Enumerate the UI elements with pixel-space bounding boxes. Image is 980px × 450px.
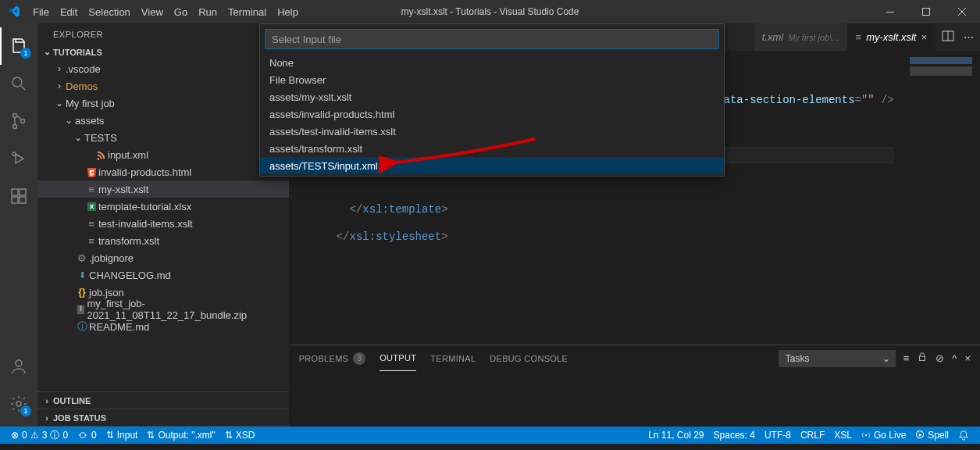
status-output[interactable]: ⇅ Output: ".xml" [142,427,219,444]
status-spaces[interactable]: Spaces: 4 [709,430,760,441]
status-input[interactable]: ⇅ Input [102,427,143,444]
quick-pick-item[interactable]: assets/transform.xslt [260,140,724,157]
window-title: my-xslt.xslt - Tutorials - Visual Studio… [401,6,579,17]
tree-label: job.json [89,287,124,298]
status-spell[interactable]: ⦿ Spell [911,430,953,441]
quick-pick-item[interactable]: assets/test-invalid-items.xslt [260,123,724,140]
section-job-status[interactable]: ›JOB STATUS [37,409,289,427]
menu-selection[interactable]: Selection [83,0,135,23]
menu-run[interactable]: Run [193,0,223,23]
menu-go[interactable]: Go [169,0,193,23]
menu-file[interactable]: File [27,0,55,23]
tree-label: Demos [66,80,98,92]
folder-row[interactable]: ⌄My first job [37,95,289,112]
activity-settings[interactable]: 1 [0,385,37,423]
file-row[interactable]: template-tutorial.xlsx [37,198,289,215]
quick-pick-item[interactable]: None [260,54,724,71]
split-editor-icon[interactable] [942,30,954,45]
bottom-panel: PROBLEMS3 OUTPUT TERMINAL DEBUG CONSOLE … [290,345,980,427]
menu-view[interactable]: View [136,0,169,23]
file-icon [84,166,98,178]
status-eol[interactable]: CRLF [796,430,829,441]
section-outline[interactable]: ›OUTLINE [37,392,289,409]
status-ports[interactable]: 0 [73,427,102,444]
tree-label: README.md [89,321,149,333]
status-xsd[interactable]: ⇅ XSD [220,427,260,444]
panel-tab-output[interactable]: OUTPUT [380,345,416,371]
panel-tab-problems[interactable]: PROBLEMS3 [299,345,366,371]
tree-label: my_first_job-2021_11_08T11_22_17_bundle.… [87,298,288,321]
vscode-logo [0,5,27,18]
file-row[interactable]: invalid-products.html [37,163,289,180]
file-row[interactable]: ⬇CHANGELOG.md [37,266,289,284]
svg-point-3 [13,114,17,118]
svg-rect-8 [12,197,18,203]
folder-row[interactable]: ⌄TESTS [37,129,289,146]
sidebar-title: Explorer [37,23,289,45]
file-icon: ≡ [84,184,98,195]
file-tree: ›.vscode›Demos⌄My first job⌄assets⌄TESTS… [37,59,289,337]
minimize-button[interactable] [872,0,908,23]
tab-close-icon[interactable]: × [921,31,927,43]
svg-point-2 [12,77,22,87]
folder-row[interactable]: ⌄assets [37,112,289,129]
folder-row[interactable]: ›.vscode [37,60,289,77]
tab-label: t.xml [762,31,783,43]
activity-debug[interactable] [0,140,37,177]
status-errors[interactable]: ⊗0⚠3ⓘ0 [6,427,73,444]
more-icon[interactable]: ⋯ [964,31,974,43]
quick-pick-item[interactable]: assets/invalid-products.html [260,105,724,123]
workspace-header[interactable]: ⌄TUTORIALS [37,45,289,59]
activity-extensions[interactable] [0,177,37,215]
menu-help[interactable]: Help [272,0,304,23]
file-icon: ⓘ [75,320,89,334]
tab-active[interactable]: ≡ my-xslt.xslt × [848,23,935,51]
quick-pick-input[interactable]: Select Input file [265,29,719,49]
maximize-button[interactable] [908,0,944,23]
activity-explorer[interactable]: 1 [0,27,37,65]
file-row[interactable]: input.xml [37,146,289,163]
file-row[interactable]: my_first_job-2021_11_08T11_22_17_bundle.… [37,301,289,318]
status-bell[interactable] [953,430,974,441]
svg-rect-9 [20,197,26,203]
clear-icon[interactable]: ⊘ [935,352,944,364]
file-icon [94,149,108,161]
status-language[interactable]: XSL [829,430,857,441]
activity-bar: 1 1 [0,23,37,427]
file-row[interactable]: ⚙.jobignore [37,249,289,266]
close-button[interactable] [944,0,980,23]
svg-rect-7 [12,189,18,195]
status-position[interactable]: Ln 11, Col 29 [643,430,708,441]
file-row[interactable]: ≡my-xslt.xslt [37,180,289,198]
status-golive[interactable]: Go Live [857,430,911,441]
panel-tab-debug[interactable]: DEBUG CONSOLE [490,345,568,371]
quick-pick-item[interactable]: assets/my-xslt.xslt [260,88,724,105]
status-encoding[interactable]: UTF-8 [760,430,796,441]
file-row[interactable]: ≡test-invalid-items.xslt [37,215,289,232]
output-channel-select[interactable]: Tasks [779,350,896,367]
quick-pick-item[interactable]: File Browser [260,71,724,88]
svg-point-11 [16,360,22,366]
file-row[interactable]: ≡transform.xslt [37,232,289,249]
svg-rect-15 [80,305,81,311]
quick-pick-item[interactable]: assets/TESTS/input.xml [260,157,724,174]
activity-search[interactable] [0,65,37,102]
menu-terminal[interactable]: Terminal [223,0,272,23]
activity-scm[interactable] [0,102,37,140]
filter-icon[interactable]: ≡ [903,352,910,364]
minimap[interactable] [894,51,980,345]
tree-label: CHANGELOG.md [89,270,171,281]
tree-label: assets [75,115,105,127]
panel-tab-terminal[interactable]: TERMINAL [430,345,476,371]
expand-panel-icon[interactable]: ^ [952,352,957,364]
activity-accounts[interactable] [0,348,37,385]
menu-edit[interactable]: Edit [55,0,83,23]
folder-row[interactable]: ›Demos [37,77,289,95]
tab-inactive[interactable]: t.xml My first job\... [754,23,848,51]
svg-rect-17 [920,356,925,360]
window-controls [872,0,980,23]
tab-suffix: My first job\... [788,33,839,42]
svg-rect-1 [923,9,930,16]
close-panel-icon[interactable]: × [964,352,971,364]
lock-icon[interactable] [917,352,928,365]
